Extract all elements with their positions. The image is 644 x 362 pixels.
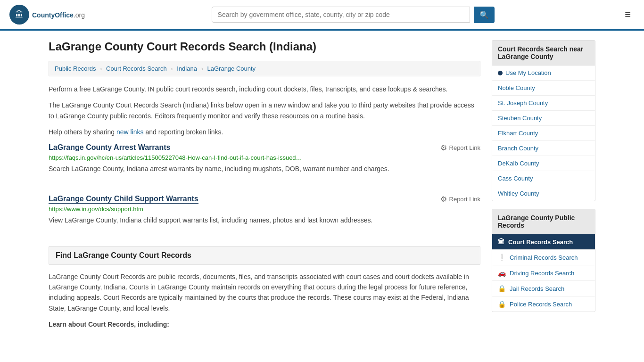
sidebar: Court Records Search near LaGrange Count… — [492, 40, 595, 336]
logo-area: 🏛 CountyOffice.org — [9, 5, 85, 25]
public-records-link-1[interactable]: ❕Criminal Records Search — [492, 250, 595, 265]
nearby-county-link-3[interactable]: Elkhart County — [492, 126, 595, 140]
breadcrumb-public-records[interactable]: Public Records — [55, 65, 96, 72]
nearby-county-link-2[interactable]: Steuben County — [492, 111, 595, 125]
link-entry: LaGrange County Arrest Warrants ⚙ Report… — [49, 143, 480, 181]
report-icon-0: ⚙ — [440, 143, 447, 152]
nearby-county-link-5[interactable]: DeKalb County — [492, 156, 595, 171]
report-icon-1: ⚙ — [440, 195, 447, 204]
nearby-county-link-1[interactable]: St. Joseph County — [492, 96, 595, 110]
description-2: The LaGrange County Court Records Search… — [49, 100, 480, 121]
link-entry-title-0[interactable]: LaGrange County Arrest Warrants — [49, 143, 170, 152]
public-records-item: 🚗Driving Records Search — [492, 265, 595, 281]
sidebar-icon-2: 🚗 — [498, 269, 506, 277]
content-area: LaGrange County Court Records Search (In… — [49, 40, 480, 336]
description-3: Help others by sharing new links and rep… — [49, 127, 480, 137]
public-records-link-4[interactable]: 🔒Police Records Search — [492, 296, 595, 312]
report-link-button-0[interactable]: ⚙ Report Link — [440, 143, 480, 152]
nearby-county-item: St. Joseph County — [492, 96, 595, 111]
link-desc-1: View LaGrange County, Indiana child supp… — [49, 215, 480, 225]
page-title: LaGrange County Court Records Search (In… — [49, 40, 480, 53]
nearby-county-item: Cass County — [492, 171, 595, 186]
nearby-county-link-7[interactable]: Whitley County — [492, 186, 595, 201]
use-my-location[interactable]: Use My Location — [492, 66, 595, 81]
sidebar-icon-1: ❕ — [498, 254, 506, 261]
link-entry: LaGrange County Child Support Warrants ⚙… — [49, 195, 480, 233]
nearby-county-item: Steuben County — [492, 111, 595, 126]
link-entries: LaGrange County Arrest Warrants ⚙ Report… — [49, 143, 480, 233]
link-entry-header: LaGrange County Arrest Warrants ⚙ Report… — [49, 143, 480, 152]
main-container: LaGrange County Court Records Search (In… — [39, 31, 605, 345]
location-dot-icon — [498, 71, 503, 75]
breadcrumb-court-records-search[interactable]: Court Records Search — [106, 65, 167, 72]
nearby-box: Court Records Search near LaGrange Count… — [492, 40, 595, 201]
public-records-title: LaGrange County Public Records — [492, 209, 595, 234]
nearby-county-item: Whitley County — [492, 186, 595, 201]
sidebar-icon-0: 🏛 — [498, 238, 504, 246]
nearby-county-item: Elkhart County — [492, 126, 595, 141]
section-body: LaGrange County Court Records are public… — [49, 272, 480, 314]
public-records-item: ❕Criminal Records Search — [492, 250, 595, 265]
public-records-item: 🏛Court Records Search — [492, 234, 595, 250]
search-button[interactable]: 🔍 — [474, 7, 495, 23]
nearby-county-link-0[interactable]: Noble County — [492, 81, 595, 95]
public-records-link-2[interactable]: 🚗Driving Records Search — [492, 265, 595, 280]
public-records-list: 🏛Court Records Search❕Criminal Records S… — [492, 234, 595, 312]
find-section-header: Find LaGrange County Court Records — [49, 246, 480, 265]
public-records-box: LaGrange County Public Records 🏛Court Re… — [492, 209, 595, 312]
public-records-link-0[interactable]: 🏛Court Records Search — [492, 234, 595, 249]
site-header: 🏛 CountyOffice.org 🔍 ≡ — [0, 0, 644, 31]
nearby-county-item: Branch County — [492, 141, 595, 156]
learn-about: Learn about Court Records, including: — [49, 319, 480, 329]
nearby-title: Court Records Search near LaGrange Count… — [492, 41, 595, 66]
nearby-county-list: Noble CountySt. Joseph CountySteuben Cou… — [492, 81, 595, 201]
nearby-county-item: Noble County — [492, 81, 595, 96]
search-area: 🔍 — [212, 7, 495, 23]
public-records-item: 🔒Police Records Search — [492, 296, 595, 312]
public-records-link-3[interactable]: 🔒Jail Records Search — [492, 281, 595, 296]
sidebar-icon-4: 🔒 — [498, 300, 506, 308]
nearby-county-link-4[interactable]: Branch County — [492, 141, 595, 156]
link-url-0: https://faqs.in.gov/hc/en-us/articles/11… — [49, 154, 480, 161]
new-links-link[interactable]: new links — [116, 128, 144, 136]
menu-button[interactable]: ≡ — [621, 7, 635, 23]
link-desc-0: Search LaGrange County, Indiana arrest w… — [49, 164, 480, 174]
breadcrumb-indiana[interactable]: Indiana — [177, 65, 197, 72]
description-1: Perform a free LaGrange County, IN publi… — [49, 84, 480, 94]
sidebar-icon-3: 🔒 — [498, 285, 506, 292]
public-records-item: 🔒Jail Records Search — [492, 281, 595, 296]
logo-text: CountyOffice.org — [32, 10, 85, 20]
link-url-1: https://www.in.gov/dcs/support.htm — [49, 206, 480, 213]
link-entry-header: LaGrange County Child Support Warrants ⚙… — [49, 195, 480, 204]
report-link-button-1[interactable]: ⚙ Report Link — [440, 195, 480, 204]
nearby-county-link-6[interactable]: Cass County — [492, 171, 595, 186]
breadcrumb-lagrange-county[interactable]: LaGrange County — [207, 65, 256, 72]
logo-icon: 🏛 — [9, 5, 29, 25]
link-entry-title-1[interactable]: LaGrange County Child Support Warrants — [49, 195, 198, 204]
nearby-county-item: DeKalb County — [492, 156, 595, 171]
search-input[interactable] — [212, 7, 470, 23]
breadcrumb: Public Records › Court Records Search › … — [49, 61, 480, 76]
